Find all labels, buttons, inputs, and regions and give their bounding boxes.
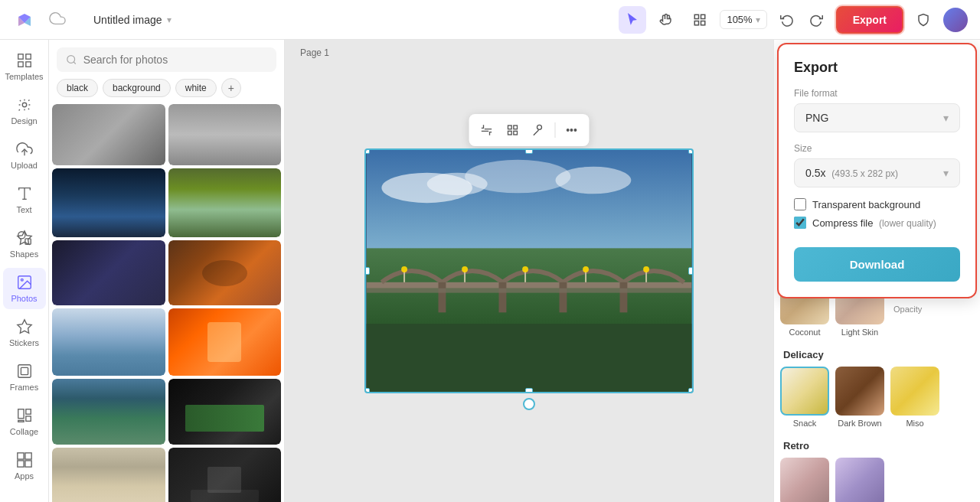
swatches-section: Coconut Light Skin Opacity: [774, 269, 980, 502]
sidebar-apps-label: Apps: [15, 471, 34, 481]
svg-rect-24: [18, 420, 23, 422]
svg-rect-46: [499, 282, 507, 313]
crop-tool-button[interactable]: [475, 119, 498, 142]
opacity-label: Opacity: [893, 305, 922, 314]
search-input[interactable]: [83, 54, 267, 66]
grid-tool-button[interactable]: [501, 119, 524, 142]
sidebar-item-collage[interactable]: Collage: [3, 401, 46, 442]
list-item[interactable]: [52, 379, 165, 445]
size-select[interactable]: 0.5x (493.5 x 282 px) ▾: [794, 158, 960, 187]
sidebar-item-shapes[interactable]: Shapes: [3, 223, 46, 265]
shield-button[interactable]: [910, 6, 937, 34]
svg-rect-22: [25, 409, 30, 414]
sidebar-item-text[interactable]: Text: [3, 179, 46, 220]
list-item[interactable]: [168, 308, 282, 376]
resize-handle-bottom-left[interactable]: [364, 388, 370, 393]
resize-handle-top-left[interactable]: [364, 148, 370, 154]
export-button[interactable]: Export: [836, 6, 903, 34]
list-item[interactable]: [168, 379, 282, 445]
sidebar-item-apps[interactable]: Apps: [3, 445, 46, 487]
sidebar-item-upload[interactable]: Upload: [3, 135, 46, 176]
export-popup: Export File format PNG ▾ Size 0.5x (493.…: [777, 43, 977, 298]
search-bar[interactable]: [57, 47, 276, 72]
sidebar-shapes-label: Shapes: [10, 249, 38, 259]
compress-file-checkbox[interactable]: [794, 217, 806, 229]
swatch-item-miso[interactable]: Miso: [890, 367, 939, 428]
doc-title[interactable]: Untitled image ▾: [93, 14, 172, 26]
search-icon: [66, 54, 77, 66]
tag-more-button[interactable]: +: [221, 78, 241, 98]
canvas-selection[interactable]: •••: [364, 148, 694, 393]
list-item[interactable]: [168, 168, 282, 237]
sidebar-item-photos[interactable]: Photos: [3, 268, 46, 309]
file-format-select[interactable]: PNG ▾: [794, 103, 960, 132]
sidebar-item-templates[interactable]: Templates: [3, 46, 46, 87]
swatch-item-dark-brown[interactable]: Dark Brown: [835, 367, 884, 428]
list-item[interactable]: [52, 448, 165, 502]
svg-rect-59: [367, 324, 692, 392]
swatch-item-snack[interactable]: Snack: [780, 367, 829, 428]
transparent-bg-checkbox[interactable]: [794, 198, 806, 210]
undo-button[interactable]: [773, 6, 801, 34]
resize-handle-top-right[interactable]: [688, 148, 694, 154]
pointer-tool-button[interactable]: [619, 6, 646, 34]
file-format-value: PNG: [805, 112, 828, 124]
zoom-dropdown-icon: ▾: [756, 15, 760, 25]
svg-point-52: [462, 266, 468, 272]
tag-white[interactable]: white: [175, 79, 217, 97]
app-logo[interactable]: [12, 8, 37, 32]
sidebar-frames-label: Frames: [10, 383, 38, 392]
resize-handle-top-mid[interactable]: [525, 148, 533, 154]
tag-background[interactable]: background: [103, 79, 171, 97]
filter-tool-button[interactable]: [528, 119, 550, 142]
floating-toolbar: •••: [469, 114, 590, 146]
doc-title-text: Untitled image: [93, 14, 162, 26]
layout-tool-button[interactable]: [686, 6, 714, 34]
svg-point-58: [643, 266, 649, 272]
header-tools: 105% ▾ Export: [619, 6, 968, 34]
svg-rect-47: [560, 282, 567, 313]
svg-point-50: [401, 266, 407, 272]
toolbar-separator: [555, 122, 556, 138]
cloud-save-icon[interactable]: [49, 10, 66, 30]
svg-point-37: [537, 125, 542, 129]
size-dropdown-icon: ▾: [943, 167, 949, 179]
canvas-frame[interactable]: [364, 148, 694, 393]
list-item[interactable]: [168, 448, 282, 502]
svg-rect-26: [24, 453, 31, 459]
redo-button[interactable]: [802, 6, 830, 34]
rotate-handle[interactable]: [523, 398, 535, 410]
resize-handle-right-mid[interactable]: [688, 267, 694, 275]
swatch-snack-image: [780, 367, 829, 416]
list-item[interactable]: [52, 168, 165, 237]
svg-rect-2: [701, 15, 705, 18]
zoom-control[interactable]: 105% ▾: [720, 10, 766, 29]
download-button[interactable]: Download: [794, 247, 960, 282]
resize-handle-bottom-right[interactable]: [688, 388, 694, 393]
sidebar-item-design[interactable]: Design: [3, 90, 46, 132]
more-options-button[interactable]: •••: [560, 119, 583, 142]
list-item[interactable]: [52, 240, 165, 305]
list-item[interactable]: [168, 104, 282, 165]
resize-handle-bottom-mid[interactable]: [525, 388, 533, 393]
export-popup-title: Export: [794, 60, 960, 76]
tag-black[interactable]: black: [57, 79, 98, 97]
swatch-category-delicacy: Delicacy Snack Dark Brown Miso: [780, 349, 974, 428]
hand-tool-button[interactable]: [652, 6, 680, 34]
user-avatar[interactable]: [943, 8, 968, 32]
svg-rect-44: [367, 282, 692, 288]
list-item[interactable]: [52, 308, 165, 376]
swatch-retro1-image: [780, 458, 829, 502]
size-group: Size 0.5x (493.5 x 282 px) ▾: [794, 143, 960, 187]
svg-rect-19: [18, 365, 31, 378]
list-item[interactable]: [52, 104, 165, 165]
list-item[interactable]: [168, 240, 282, 305]
sidebar-item-frames[interactable]: Frames: [3, 357, 46, 398]
sidebar-item-stickers[interactable]: Stickers: [3, 312, 46, 354]
swatch-item-retro2[interactable]: [835, 458, 884, 502]
svg-point-29: [67, 56, 75, 64]
svg-rect-6: [25, 54, 30, 59]
resize-handle-left-mid[interactable]: [364, 267, 370, 275]
sidebar-upload-label: Upload: [11, 161, 38, 170]
swatch-item-retro1[interactable]: [780, 458, 829, 502]
